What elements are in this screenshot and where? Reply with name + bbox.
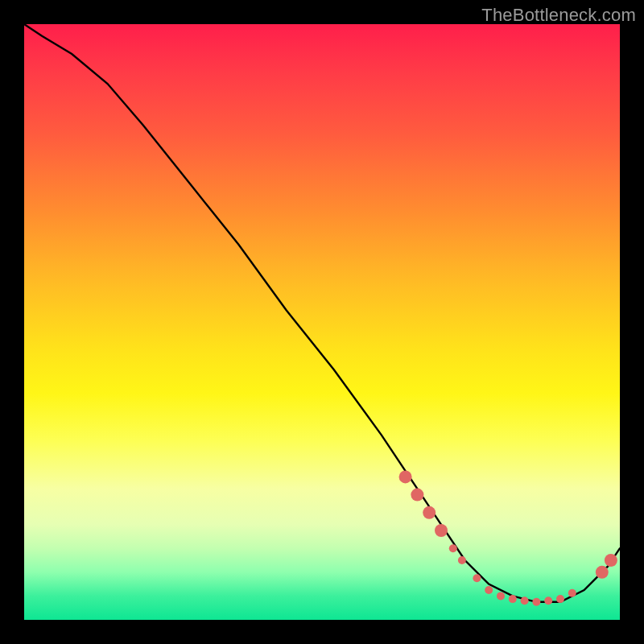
marker-group	[399, 470, 617, 605]
data-marker	[399, 470, 412, 483]
data-marker	[497, 592, 505, 600]
chart-frame: TheBottleneck.com	[0, 0, 644, 644]
data-marker	[532, 598, 540, 606]
data-marker	[556, 595, 564, 603]
data-marker	[521, 597, 529, 605]
data-marker	[435, 524, 448, 537]
data-marker	[473, 574, 481, 582]
data-marker	[485, 586, 493, 594]
data-marker	[568, 589, 576, 597]
data-marker	[423, 506, 436, 519]
data-marker	[596, 566, 609, 579]
data-marker	[605, 554, 617, 567]
chart-svg	[24, 24, 620, 620]
data-marker	[544, 597, 552, 605]
data-marker	[411, 489, 423, 502]
data-marker	[458, 556, 466, 564]
plot-area	[24, 24, 620, 620]
line-series	[24, 24, 620, 602]
data-marker	[509, 595, 517, 603]
data-marker	[449, 544, 457, 552]
watermark-label: TheBottleneck.com	[481, 5, 636, 26]
